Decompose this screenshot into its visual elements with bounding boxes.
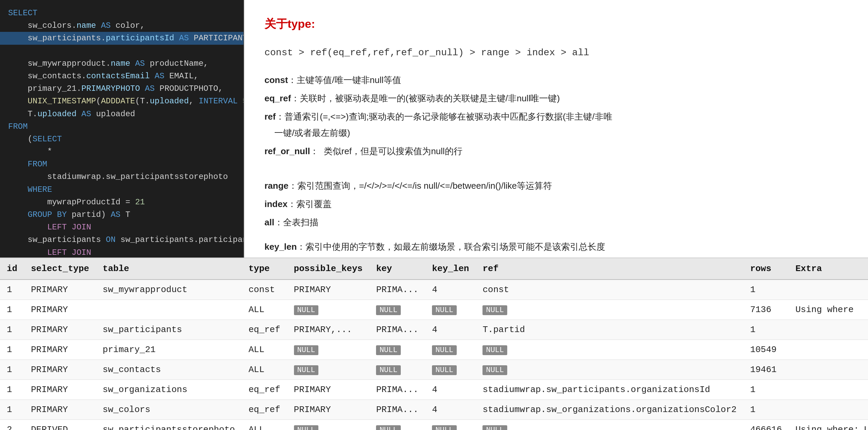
explain-key-len: key_len：索引中使用的字节数，如最左前缀场景，联合索引场景可能不是该索引总…	[264, 239, 848, 255]
table-header-row: id select_type table type possible_keys …	[0, 258, 868, 280]
col-extra: Extra	[789, 258, 868, 280]
cell-extra	[789, 320, 868, 340]
cell-rows: 1	[743, 380, 789, 400]
cell-key-len: NULL	[425, 300, 476, 320]
explain-const: const：主键等值/唯一键非null等值	[264, 72, 848, 88]
cell-ref: NULL	[476, 300, 743, 320]
cell-table	[96, 300, 242, 320]
table-row: 1 PRIMARY sw_colors eq_ref PRIMARY PRIMA…	[0, 400, 868, 420]
cell-key-len: NULL	[425, 340, 476, 360]
cell-type: eq_ref	[242, 400, 287, 420]
col-key: key	[369, 258, 425, 280]
cell-ref: T.partid	[476, 320, 743, 340]
table-row: 2 DERIVED sw_participantsstorephoto ALL …	[0, 420, 868, 430]
cell-ref: NULL	[476, 420, 743, 430]
cell-select-type: PRIMARY	[24, 380, 96, 400]
cell-id: 2	[0, 420, 24, 430]
explain-formula: const > ref(eq_ref,ref,ref_or_null) > ra…	[264, 44, 848, 61]
explain-body: const：主键等值/唯一键非null等值 eq_ref：关联时，被驱动表是唯一…	[264, 72, 848, 231]
explain-notes: key_len：索引中使用的字节数，如最左前缀场景，联合索引场景可能不是该索引总…	[264, 239, 848, 258]
cell-key-len: NULL	[425, 360, 476, 380]
cell-key: PRIMA...	[369, 400, 425, 420]
cell-key-len: 4	[425, 320, 476, 340]
cell-key: PRIMA...	[369, 320, 425, 340]
cell-table: sw_participantsstorephoto	[96, 420, 242, 430]
cell-table: sw_organizations	[96, 380, 242, 400]
col-key-len: key_len	[425, 258, 476, 280]
table-row: 1 PRIMARY primary_21 ALL NULL NULL NULL …	[0, 340, 868, 360]
cell-table: sw_contacts	[96, 360, 242, 380]
sql-code: SELECT sw_colors.name AS color, sw_parti…	[8, 7, 235, 258]
cell-id: 1	[0, 320, 24, 340]
cell-key: NULL	[369, 420, 425, 430]
cell-key: PRIMA...	[369, 380, 425, 400]
table-row: 1 PRIMARY sw_participants eq_ref PRIMARY…	[0, 320, 868, 340]
col-possible-keys: possible_keys	[287, 258, 370, 280]
cell-rows: 10549	[743, 340, 789, 360]
cell-possible-keys: PRIMARY,...	[287, 320, 370, 340]
sql-panel: SELECT sw_colors.name AS color, sw_parti…	[0, 0, 244, 258]
cell-table: primary_21	[96, 340, 242, 360]
cell-rows: 466616	[743, 420, 789, 430]
cell-ref: NULL	[476, 360, 743, 380]
cell-key: NULL	[369, 340, 425, 360]
col-type: type	[242, 258, 287, 280]
cell-key-len: 4	[425, 280, 476, 300]
cell-select-type: PRIMARY	[24, 360, 96, 380]
cell-table: sw_mywrapproduct	[96, 280, 242, 300]
explain-eq-ref: eq_ref：关联时，被驱动表是唯一的(被驱动表的关联键是主键/非null唯一键…	[264, 90, 848, 106]
cell-key-len: 4	[425, 400, 476, 420]
explain-all: all：全表扫描	[264, 214, 848, 230]
col-ref: ref	[476, 258, 743, 280]
explain-index: index：索引覆盖	[264, 196, 848, 212]
cell-key: NULL	[369, 360, 425, 380]
cell-type: ALL	[242, 420, 287, 430]
cell-extra: Using where	[789, 300, 868, 320]
cell-extra	[789, 380, 868, 400]
cell-ref: stadiumwrap.sw_organizations.organizatio…	[476, 400, 743, 420]
cell-id: 1	[0, 400, 24, 420]
cell-select-type: PRIMARY	[24, 340, 96, 360]
cell-key: NULL	[369, 300, 425, 320]
cell-rows: 7136	[743, 300, 789, 320]
col-id: id	[0, 258, 24, 280]
cell-rows: 1	[743, 320, 789, 340]
cell-ref: stadiumwrap.sw_participants.organization…	[476, 380, 743, 400]
cell-select-type: PRIMARY	[24, 300, 96, 320]
cell-key-len: 4	[425, 380, 476, 400]
explain-ref-null: ref_or_null： 类似ref，但是可以搜索值为null的行	[264, 143, 848, 159]
table-row: 1 PRIMARY sw_organizations eq_ref PRIMAR…	[0, 380, 868, 400]
cell-possible-keys: NULL	[287, 300, 370, 320]
cell-possible-keys: NULL	[287, 420, 370, 430]
cell-extra	[789, 400, 868, 420]
table-row: 1 PRIMARY sw_mywrapproduct const PRIMARY…	[0, 280, 868, 300]
cell-rows: 1	[743, 400, 789, 420]
col-table: table	[96, 258, 242, 280]
cell-type: eq_ref	[242, 380, 287, 400]
cell-table: sw_colors	[96, 400, 242, 420]
explain-title: 关于type:	[264, 14, 848, 34]
cell-possible-keys: NULL	[287, 340, 370, 360]
cell-possible-keys: PRIMARY	[287, 280, 370, 300]
explain-table: id select_type table type possible_keys …	[0, 258, 868, 430]
cell-possible-keys: PRIMARY	[287, 400, 370, 420]
explain-ref: ref：普通索引(=,<=>)查询;驱动表的一条记录能够在被驱动表中匹配多行数据…	[264, 108, 848, 141]
cell-possible-keys: NULL	[287, 360, 370, 380]
explain-panel: 关于type: const > ref(eq_ref,ref,ref_or_nu…	[244, 0, 868, 258]
cell-id: 1	[0, 380, 24, 400]
cell-ref: NULL	[476, 340, 743, 360]
col-select-type: select_type	[24, 258, 96, 280]
explain-range: range：索引范围查询，=/</>/>=/</<=/is null/<=/be…	[264, 178, 848, 194]
table-section: id select_type table type possible_keys …	[0, 258, 868, 430]
cell-select-type: DERIVED	[24, 420, 96, 430]
cell-extra	[789, 280, 868, 300]
cell-type: const	[242, 280, 287, 300]
cell-id: 1	[0, 340, 24, 360]
cell-key: PRIMA...	[369, 280, 425, 300]
table-row: 1 PRIMARY sw_contacts ALL NULL NULL NULL…	[0, 360, 868, 380]
cell-extra: Using where; Using temporary; Using file	[789, 420, 868, 430]
cell-id: 1	[0, 280, 24, 300]
cell-ref: const	[476, 280, 743, 300]
cell-rows: 1	[743, 280, 789, 300]
table-row: 1 PRIMARY ALL NULL NULL NULL NULL 7136 U…	[0, 300, 868, 320]
